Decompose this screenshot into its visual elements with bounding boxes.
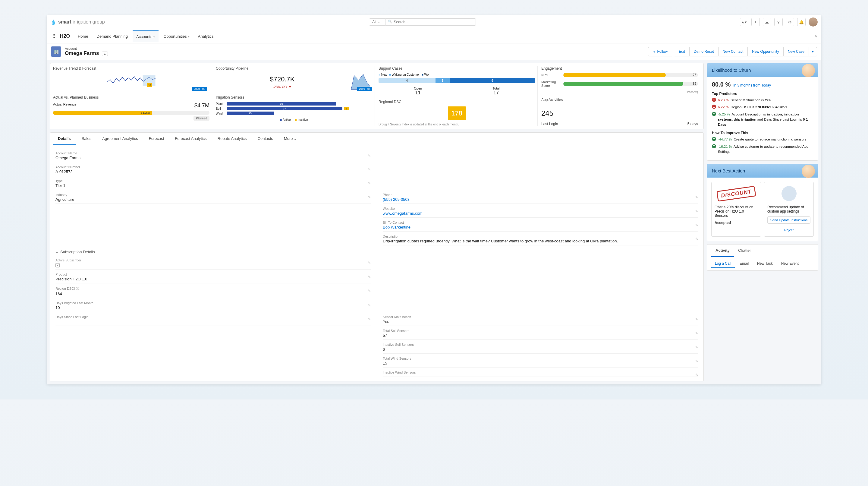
account-icon: 🏢 [51, 47, 61, 57]
nav-demand-planning[interactable]: Demand Planning [93, 31, 131, 41]
favorites-icon[interactable]: ★▾ [740, 18, 748, 26]
edit-field-icon[interactable]: ✎ [695, 223, 698, 227]
edit-field-icon[interactable]: ✎ [368, 317, 371, 322]
revenue-trend-chart[interactable]: To 2020 - 05 [53, 73, 210, 91]
field-active-subscriber: Active Subscriber✓✎ [56, 256, 371, 270]
tab-forecast-analytics[interactable]: Forecast Analytics [170, 133, 212, 145]
edit-field-icon[interactable]: ✎ [368, 154, 371, 158]
activity-card: Activity Chatter Log a Call Email New Ta… [707, 244, 818, 271]
app-launcher-icon[interactable]: ⠿ [50, 32, 58, 41]
nav-opportunities[interactable]: Opportunities▾ [160, 31, 193, 41]
app-activities-title: App Activities [541, 98, 698, 102]
settings-illustration-icon [781, 186, 797, 201]
edit-field-icon[interactable]: ✎ [368, 289, 371, 293]
field-industry: IndustryAgriculture✎ [56, 191, 371, 204]
tab-details[interactable]: Details [53, 133, 76, 145]
field-inactive-soil-sensors: Inactive Soil Sensors6✎ [383, 341, 698, 354]
new-case-button[interactable]: New Case [784, 47, 809, 56]
to-label: To [147, 83, 152, 87]
einstein-icon [802, 164, 815, 178]
arrow-down-icon: ▼ [712, 112, 716, 116]
einstein-icon [802, 64, 815, 77]
predictor-row: ▲6.23 % Sensor Malfunction is Yes [712, 98, 813, 103]
next-best-action-card: Next Best Action DISCOUNT Offer a 20% di… [707, 164, 818, 241]
cases-legend: New Waiting on Customer Wo [378, 73, 535, 76]
cloud-icon[interactable]: ☁ [763, 18, 771, 26]
churn-title: Likelihood to Churn [712, 67, 813, 73]
new-contact-button[interactable]: New Contact [718, 47, 748, 56]
edit-field-icon[interactable]: ✎ [368, 275, 371, 279]
field-inactive-wind-sensors: Inactive Wind Sensors✎ [383, 369, 698, 377]
edit-field-icon[interactable]: ✎ [368, 182, 371, 185]
edit-field-icon[interactable]: ✎ [695, 317, 698, 322]
app-name: H2O [60, 33, 70, 39]
tab-more[interactable]: More ⌄ [279, 133, 301, 145]
pipeline-chart[interactable]: 2019 - 04 [351, 73, 372, 91]
cases-bar-chart[interactable]: 4 1 6 [378, 78, 535, 83]
field-account-number: Account NumberA-012572✎ [56, 163, 371, 176]
subtab-new-task[interactable]: New Task [753, 260, 776, 268]
field-total-wind-sensors: Total Wind Sensors15✎ [383, 355, 698, 367]
edit-field-icon[interactable]: ✎ [695, 331, 698, 335]
dsci-note: Drought Severity Index is updated at the… [378, 123, 535, 126]
tab-activity[interactable]: Activity [711, 244, 734, 257]
sensors-chart[interactable]: Plant35 Soil376 Wind15 [216, 102, 372, 115]
app-activities-chart[interactable] [556, 105, 575, 118]
field-total-soil-sensors: Total Soil Sensors57✎ [383, 327, 698, 340]
edit-field-icon[interactable]: ✎ [368, 195, 371, 199]
predictor-row: ▼-44.77 % Create quote to replace malfun… [712, 137, 813, 142]
field-description: DescriptionDrip-irrigation quotes requir… [383, 233, 698, 245]
field-sensor-malfunction: Sensor MalfunctionYes✎ [383, 313, 698, 326]
tab-chatter[interactable]: Chatter [734, 244, 755, 257]
edit-field-icon[interactable]: ✎ [368, 168, 371, 172]
tab-forecast[interactable]: Forecast [144, 133, 169, 145]
chevron-down-icon: ⌄ [294, 137, 296, 141]
info-icon[interactable]: ⓘ [75, 287, 79, 290]
arrow-down-icon: ▼ [712, 144, 716, 148]
subtab-log-call[interactable]: Log a Call [711, 260, 735, 268]
subtab-new-event[interactable]: New Event [778, 260, 802, 268]
sensors-title: Irrigation Sensors [216, 95, 372, 99]
field-days-irrigated-last-month: Days Irrigated Last Month10✎ [56, 299, 371, 312]
edit-button[interactable]: Edit [675, 47, 689, 56]
user-avatar[interactable] [809, 18, 818, 27]
subtab-email[interactable]: Email [736, 260, 752, 268]
nba-title: Next Best Action [712, 168, 813, 173]
edit-field-icon[interactable]: ✎ [368, 304, 371, 307]
follow-button[interactable]: ＋ Follow [648, 47, 672, 56]
nav-accounts[interactable]: Accounts▾ [133, 30, 158, 42]
edit-field-icon[interactable]: ✎ [695, 345, 698, 349]
nav-home[interactable]: Home [74, 31, 92, 41]
hierarchy-icon[interactable]: ▲ [102, 52, 108, 56]
field-product: ProductPrecision H2O 1.0✎ [56, 271, 371, 283]
edit-field-icon[interactable]: ✎ [695, 195, 698, 199]
tab-agreement-analytics[interactable]: Agreement Analytics [97, 133, 143, 145]
pipeline-title: Opportunity Pipeline [216, 66, 372, 70]
tab-contacts[interactable]: Contacts [253, 133, 278, 145]
more-actions-button[interactable]: ▾ [809, 47, 817, 56]
actual-planned-bar: 63.25% [53, 111, 210, 115]
edit-nav-icon[interactable]: ✎ [814, 34, 818, 39]
help-icon[interactable]: ? [774, 18, 783, 26]
nav-analytics[interactable]: Analytics [194, 31, 217, 41]
reject-button[interactable]: Reject [767, 227, 810, 233]
demo-reset-button[interactable]: Demo Reset [689, 47, 718, 56]
tab-sales[interactable]: Sales [77, 133, 96, 145]
tab-rebate-analytics[interactable]: Rebate Analytics [213, 133, 252, 145]
subscription-section-header[interactable]: Subscription Details [56, 247, 698, 255]
notifications-bell-icon[interactable]: 🔔 [797, 18, 806, 26]
edit-field-icon[interactable]: ✎ [695, 237, 698, 241]
predictor-row: ▼-16.21 % Advise customer to update to r… [712, 144, 813, 155]
send-update-button[interactable]: Send Update Instructions [767, 216, 810, 224]
predictor-row: ▲6.22 % Region DSCI is 270.8392163437851 [712, 104, 813, 110]
edit-field-icon[interactable]: ✎ [695, 359, 698, 363]
setup-gear-icon[interactable]: ⚙ [786, 18, 794, 26]
edit-field-icon[interactable]: ✎ [368, 261, 371, 265]
new-opportunity-button[interactable]: New Opportunity [748, 47, 783, 56]
chevron-down-icon: ▾ [153, 36, 155, 39]
edit-field-icon[interactable]: ✎ [695, 209, 698, 213]
add-icon[interactable]: ＋ [751, 18, 760, 26]
search-scope-dropdown[interactable]: All [369, 19, 385, 26]
edit-field-icon[interactable]: ✎ [695, 373, 698, 377]
global-search-input[interactable] [385, 19, 476, 26]
